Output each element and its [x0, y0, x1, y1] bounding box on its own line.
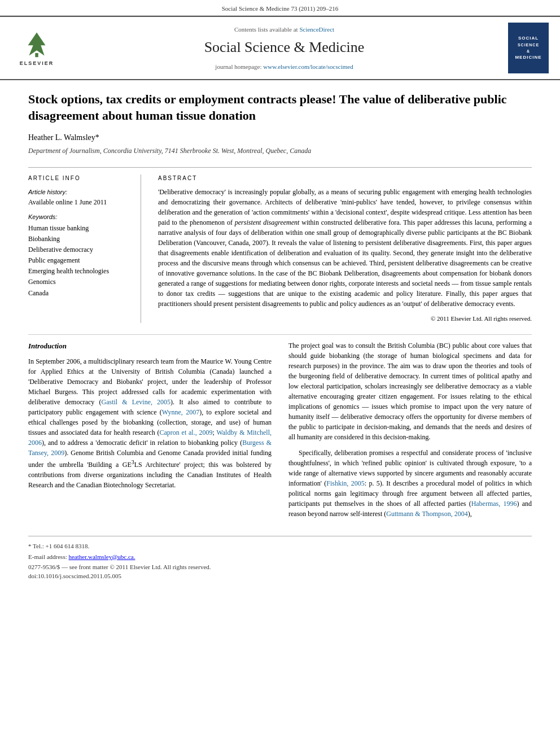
article-meta-section: ARTICLE INFO Article history: Available … — [28, 167, 532, 323]
abstract-header: ABSTRACT — [158, 174, 532, 182]
ref-waldby[interactable]: Waldby & Mitchell, 2006 — [28, 429, 272, 447]
article-title: Stock options, tax credits or employment… — [28, 91, 532, 124]
ref-fishkin[interactable]: Fishkin, 2005 — [326, 479, 364, 487]
elsevier-text: ELSEVIER — [20, 60, 54, 67]
ref-burgess-tansey[interactable]: Burgess & Tansey, 2009 — [28, 439, 272, 457]
journal-reference: Social Science & Medicine 73 (2011) 209–… — [0, 0, 560, 16]
abstract-col: ABSTRACT 'Deliberative democracy' is inc… — [158, 174, 532, 323]
issn-line: 0277-9536/$ — see front matter © 2011 El… — [28, 563, 532, 571]
intro-heading: Introduction — [28, 340, 272, 352]
intro-right-p2: Specifically, deliberation promises a re… — [288, 448, 532, 519]
ref-habermas[interactable]: Habermas, 1996 — [471, 500, 517, 508]
journal-ref-text: Social Science & Medicine 73 (2011) 209–… — [222, 5, 339, 12]
journal-cover: SOCIAL SCIENCE & MEDICINE — [506, 23, 549, 73]
body-col-right: The project goal was to consult the Brit… — [288, 340, 532, 525]
elsevier-tree-icon — [21, 30, 53, 58]
abstract-text: 'Deliberative democracy' is increasingly… — [158, 187, 532, 309]
ref-guttmann[interactable]: Guttmann & Thompson, 2004 — [386, 510, 467, 518]
footnote-email: E-mail address: heather.walmsley@ubc.ca. — [28, 553, 532, 561]
author-name: Heather L. Walmsley* — [28, 132, 532, 143]
journal-homepage: journal homepage: www.elsevier.com/locat… — [62, 63, 506, 71]
journal-homepage-link[interactable]: www.elsevier.com/locate/socscimed — [263, 63, 353, 70]
article-content: Stock options, tax credits or employment… — [0, 80, 560, 592]
intro-right-p1: The project goal was to consult the Brit… — [288, 340, 532, 442]
keywords-list: Human tissue banking Biobanking Delibera… — [28, 223, 130, 299]
page: Social Science & Medicine 73 (2011) 209–… — [0, 0, 560, 747]
body-col-left: Introduction In September 2006, a multid… — [28, 340, 272, 525]
contents-available: Contents lists available at ScienceDirec… — [62, 25, 506, 34]
article-info-col: ARTICLE INFO Article history: Available … — [28, 174, 141, 323]
cover-box: SOCIAL SCIENCE & MEDICINE — [508, 23, 549, 73]
keyword-4: Public engagement — [28, 255, 130, 266]
ref-wynne[interactable]: Wynne, 2007 — [162, 408, 199, 416]
doi-line: doi:10.1016/j.socscimed.2011.05.005 — [28, 572, 532, 580]
keyword-3: Deliberative democracy — [28, 244, 130, 255]
footnote-email-link[interactable]: heather.walmsley@ubc.ca. — [68, 553, 135, 560]
svg-rect-2 — [35, 53, 38, 57]
footnote-tel: * Tel.: +1 604 614 8318. — [28, 542, 532, 551]
ref-capron[interactable]: Capron et al., 2009 — [159, 429, 212, 436]
keyword-6: Genomics — [28, 277, 130, 287]
history-label: Article history: — [28, 188, 130, 196]
journal-title-center: Contents lists available at ScienceDirec… — [62, 25, 506, 71]
author-affiliation: Department of Journalism, Concordia Univ… — [28, 146, 532, 156]
ref-gastil-levine[interactable]: Gastil & Levine, 2005 — [101, 398, 170, 406]
sciencedirect-link[interactable]: ScienceDirect — [299, 26, 334, 33]
journal-main-title: Social Science & Medicine — [62, 37, 506, 58]
history-value: Available online 1 June 2011 — [28, 198, 130, 207]
article-info-header: ARTICLE INFO — [28, 174, 130, 182]
copyright: © 2011 Elsevier Ltd. All rights reserved… — [158, 314, 532, 323]
journal-banner: ELSEVIER Contents lists available at Sci… — [0, 16, 560, 80]
keyword-2: Biobanking — [28, 234, 130, 244]
keyword-1: Human tissue banking — [28, 223, 130, 234]
keyword-7: Canada — [28, 288, 130, 299]
elsevier-logo: ELSEVIER — [11, 30, 62, 67]
body-section: Introduction In September 2006, a multid… — [28, 334, 532, 525]
keyword-5: Emerging health technologies — [28, 266, 130, 277]
intro-p1: In September 2006, a multidisciplinary r… — [28, 356, 272, 490]
keywords-label: Keywords: — [28, 213, 130, 221]
article-footer: * Tel.: +1 604 614 8318. E-mail address:… — [28, 536, 532, 580]
